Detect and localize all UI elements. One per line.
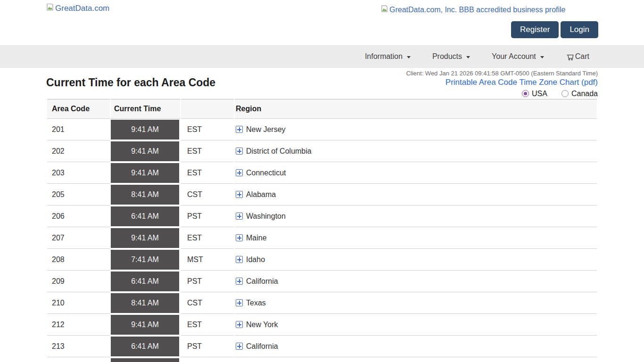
region-expand-icon[interactable] xyxy=(236,191,243,198)
region-expand-icon[interactable] xyxy=(236,299,243,306)
client-time-text: Client: Wed Jan 21 2026 09:41:58 GMT-050… xyxy=(406,70,598,77)
region-expand-icon[interactable] xyxy=(236,126,243,133)
time-box xyxy=(111,358,179,362)
region-label: California xyxy=(246,277,278,285)
register-button[interactable]: Register xyxy=(511,21,559,38)
canada-radio-label: Canada xyxy=(571,90,598,98)
cart-icon xyxy=(566,52,575,61)
region-label: Alabama xyxy=(246,190,276,198)
region-label: Maine xyxy=(246,234,267,242)
nav-item-cart[interactable]: Cart xyxy=(566,52,589,61)
usa-radio-label: USA xyxy=(532,90,547,98)
timezone-cell: EST xyxy=(181,140,234,162)
header-area-code: Area Code xyxy=(47,99,110,119)
region-label: California xyxy=(246,342,278,350)
broken-image-icon xyxy=(380,5,388,15)
table-row: 207 9:41 AM EST Maine xyxy=(47,227,597,249)
timezone-cell: PST xyxy=(181,271,234,292)
broken-image-icon xyxy=(46,3,54,14)
area-code-cell: 213 xyxy=(47,336,110,357)
time-box: 9:41 AM xyxy=(111,228,179,248)
region-expand-icon[interactable] xyxy=(236,148,243,155)
region-label: Washington xyxy=(246,212,286,220)
bbb-accreditation-link[interactable]: GreatData.com, Inc. BBB accredited busin… xyxy=(380,5,566,15)
timezone-cell: EST xyxy=(181,227,234,249)
table-row: 201 9:41 AM EST New Jersey xyxy=(47,119,597,140)
region-label: New Jersey xyxy=(246,125,286,133)
area-code-cell xyxy=(47,357,110,362)
timezone-cell: CST xyxy=(181,292,234,314)
area-code-cell: 203 xyxy=(47,162,110,184)
time-box: 7:41 AM xyxy=(111,250,179,270)
header-region: Region xyxy=(235,99,597,119)
region-expand-icon[interactable] xyxy=(236,343,243,350)
table-row: 213 6:41 AM PST California xyxy=(47,336,597,357)
nav-information-label: Information xyxy=(365,52,403,61)
table-row: 205 8:41 AM CST Alabama xyxy=(47,184,597,206)
timezone-cell: EST xyxy=(181,119,234,140)
nav-item-information[interactable]: Information xyxy=(365,52,411,61)
table-row xyxy=(47,357,597,362)
time-box: 9:41 AM xyxy=(111,141,179,161)
table-row: 206 6:41 AM PST Washington xyxy=(47,206,597,227)
area-code-cell: 209 xyxy=(47,271,110,292)
login-button[interactable]: Login xyxy=(561,21,598,38)
time-box: 8:41 AM xyxy=(111,185,179,205)
time-box: 9:41 AM xyxy=(111,315,179,335)
site-logo-alt-text: GreatData.com xyxy=(55,4,109,13)
bbb-alt-text: GreatData.com, Inc. BBB accredited busin… xyxy=(389,6,566,14)
area-code-cell: 206 xyxy=(47,206,110,227)
right-info-block: Client: Wed Jan 21 2026 09:41:58 GMT-050… xyxy=(406,68,598,98)
time-box: 9:41 AM xyxy=(111,163,179,183)
top-header: GreatData.com GreatData.com, Inc. BBB ac… xyxy=(0,0,644,45)
usa-radio[interactable] xyxy=(522,90,529,97)
printable-chart-pdf-link[interactable]: Printable Area Code Time Zone Chart (pdf… xyxy=(406,77,598,88)
table-row: 202 9:41 AM EST District of Columbia xyxy=(47,140,597,162)
table-row: 208 7:41 AM MST Idaho xyxy=(47,249,597,271)
timezone-cell: EST xyxy=(181,314,234,336)
table-row: 210 8:41 AM CST Texas xyxy=(47,292,597,314)
region-label: Idaho xyxy=(246,255,265,263)
region-expand-icon[interactable] xyxy=(236,278,243,285)
page-title: Current Time for each Area Code xyxy=(46,76,215,98)
area-code-cell: 201 xyxy=(47,119,110,140)
table-row: 209 6:41 AM PST California xyxy=(47,271,597,292)
area-code-cell: 212 xyxy=(47,314,110,336)
area-code-table-body: 201 9:41 AM EST New Jersey 202 9:41 AM E… xyxy=(47,119,597,362)
timezone-cell: PST xyxy=(181,206,234,227)
region-expand-icon[interactable] xyxy=(236,256,243,263)
table-row: 203 9:41 AM EST Connecticut xyxy=(47,162,597,184)
time-box: 6:41 AM xyxy=(111,272,179,291)
area-code-cell: 207 xyxy=(47,227,110,249)
nav-item-products[interactable]: Products xyxy=(432,52,470,61)
time-box: 6:41 AM xyxy=(111,337,179,356)
area-code-cell: 205 xyxy=(47,184,110,206)
area-code-cell: 208 xyxy=(47,249,110,271)
region-expand-icon[interactable] xyxy=(236,321,243,328)
chevron-down-icon xyxy=(407,56,411,58)
nav-products-label: Products xyxy=(432,52,462,61)
site-logo-link[interactable]: GreatData.com xyxy=(46,3,109,14)
time-box: 9:41 AM xyxy=(111,120,179,140)
region-label: District of Columbia xyxy=(246,147,312,155)
main-content: Current Time for each Area Code Client: … xyxy=(46,68,598,362)
header-current-time: Current Time xyxy=(111,99,180,119)
chevron-down-icon xyxy=(466,56,470,58)
nav-item-your-account[interactable]: Your Account xyxy=(492,52,544,61)
table-row: 212 9:41 AM EST New York xyxy=(47,314,597,336)
region-expand-icon[interactable] xyxy=(236,169,243,176)
region-label: Connecticut xyxy=(246,169,286,177)
timezone-cell: EST xyxy=(181,162,234,184)
nav-account-label: Your Account xyxy=(492,52,536,61)
canada-radio[interactable] xyxy=(561,90,569,97)
nav-cart-label: Cart xyxy=(575,52,589,61)
area-code-table: Area Code Current Time Region 201 9:41 A… xyxy=(46,99,598,362)
timezone-cell: MST xyxy=(181,249,234,271)
timezone-cell: CST xyxy=(181,184,234,206)
region-label: New York xyxy=(246,321,278,329)
region-expand-icon[interactable] xyxy=(236,234,243,241)
time-box: 8:41 AM xyxy=(111,293,179,313)
timezone-cell: PST xyxy=(181,336,234,357)
timezone-cell xyxy=(181,357,234,362)
region-expand-icon[interactable] xyxy=(236,213,243,220)
